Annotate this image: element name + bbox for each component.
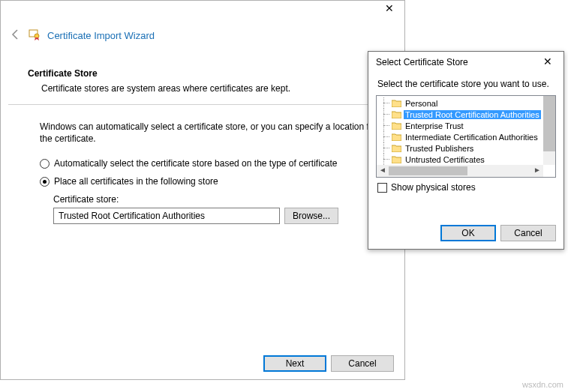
tree-item-enterprise-trust[interactable]: Enterprise Trust [381,120,543,131]
dialog-titlebar: Select Certificate Store ✕ [368,52,563,73]
folder-icon [392,144,401,152]
radio-label: Place all certificates in the following … [54,176,218,187]
tree-label: Untrusted Certificates [404,155,486,164]
close-icon[interactable]: ✕ [536,55,559,70]
tree-item-intermediate[interactable]: Intermediate Certification Authorities [381,131,543,142]
tree-label: Enterprise Trust [404,121,465,130]
folder-icon [392,121,401,130]
dialog-footer: OK Cancel [440,225,556,241]
folder-icon [392,110,401,118]
tree-label: Trusted Publishers [404,144,475,153]
back-icon[interactable] [10,28,28,43]
cancel-button[interactable]: Cancel [500,225,556,241]
tree-list: Personal Trusted Root Certification Auth… [377,96,543,165]
wizard-header: Certificate Import Wizard [10,28,155,43]
folder-icon [392,99,401,107]
wizard-window: ✕ Certificate Import Wizard Certificate … [0,0,405,380]
wizard-footer: Next Cancel [263,355,394,372]
tree-item-untrusted[interactable]: Untrusted Certificates [381,154,543,165]
scroll-left-icon[interactable]: ◄ [377,165,389,177]
tree-label: Trusted Root Certification Authorities [404,110,541,119]
radio-label: Automatically select the certificate sto… [54,158,338,169]
checkbox-label: Show physical stores [391,182,476,193]
folder-icon [392,133,401,141]
wizard-title: Certificate Import Wizard [47,30,155,41]
tree-item-personal[interactable]: Personal [381,97,543,109]
certificate-store-input[interactable] [53,208,280,224]
select-store-dialog: Select Certificate Store ✕ Select the ce… [368,51,564,250]
section-title: Certificate Store [28,68,388,79]
dialog-title: Select Certificate Store [376,57,468,67]
certificate-icon [28,28,47,43]
section-subtitle: Certificate stores are system areas wher… [41,83,388,94]
folder-icon [392,155,401,163]
next-button[interactable]: Next [263,355,326,372]
store-tree: Personal Trusted Root Certification Auth… [376,95,556,178]
wizard-body: Certificate Store Certificate stores are… [28,68,388,101]
horizontal-scrollbar[interactable]: ◄ ► [377,165,543,177]
show-physical-checkbox[interactable]: Show physical stores [377,182,554,193]
checkbox-icon [377,183,387,193]
dialog-text: Select the certificate store you want to… [377,79,554,89]
content-paragraph: Windows can automatically select a certi… [40,121,388,145]
radio-place-all[interactable]: Place all certificates in the following … [40,176,388,187]
store-label: Certificate store: [53,194,388,205]
tree-item-trusted-publishers[interactable]: Trusted Publishers [381,142,543,154]
tree-label: Personal [404,99,439,108]
store-block: Certificate store: Browse... [53,194,388,224]
divider [8,104,397,105]
radio-icon [40,159,50,169]
wizard-content: Windows can automatically select a certi… [40,121,388,224]
tree-item-trusted-root[interactable]: Trusted Root Certification Authorities [381,109,543,120]
scroll-right-icon[interactable]: ► [531,165,543,177]
watermark: wsxdn.com [522,380,563,389]
ok-button[interactable]: OK [440,225,496,241]
close-icon[interactable]: ✕ [380,2,398,17]
radio-auto-select[interactable]: Automatically select the certificate sto… [40,158,388,169]
cancel-button[interactable]: Cancel [331,355,394,372]
vertical-scrollbar[interactable] [543,96,555,165]
radio-icon [40,177,50,187]
browse-button[interactable]: Browse... [284,208,338,224]
tree-label: Intermediate Certification Authorities [404,133,539,142]
